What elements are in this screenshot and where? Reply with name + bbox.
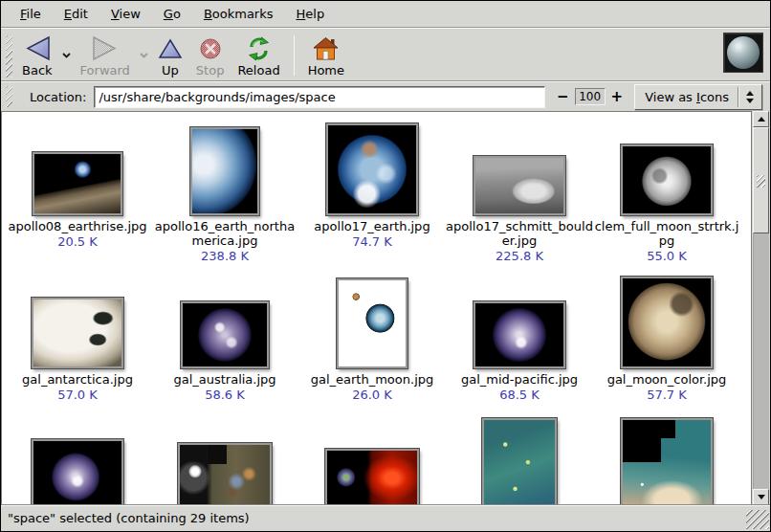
file-item-partial[interactable] xyxy=(4,418,151,505)
thumbnail-partial xyxy=(178,443,272,505)
file-item[interactable]: apollo08_earthrise.jpg 20.5 K xyxy=(4,118,151,271)
forward-button: Forward xyxy=(74,31,137,78)
status-text: "space" selected (containing 29 items) xyxy=(8,511,250,525)
thumbnail-earth xyxy=(326,123,418,215)
file-item[interactable]: gal_mid-pacific.jpg 68.5 K xyxy=(446,271,593,418)
file-item[interactable]: gal_australia.jpg 58.6 K xyxy=(151,271,298,418)
forward-history-dropdown xyxy=(137,48,151,62)
file-item[interactable]: gal_antarctica.jpg 57.0 K xyxy=(4,271,151,418)
file-item[interactable]: clem_full_moon_strtrk.jpg 55.0 K xyxy=(593,118,740,271)
scroll-up-icon xyxy=(758,117,765,122)
vertical-scrollbar xyxy=(752,111,770,505)
home-button[interactable]: Home xyxy=(301,31,351,78)
menu-bookmarks[interactable]: Bookmarks xyxy=(192,2,285,26)
view-as-arrows-icon xyxy=(738,87,757,107)
toolbar-drag-handle[interactable] xyxy=(6,35,12,78)
stop-icon xyxy=(199,33,222,63)
toolbar: Back Forward Up xyxy=(1,28,770,81)
thumbnail-schmitt-boulder xyxy=(474,156,565,215)
back-history-dropdown[interactable] xyxy=(59,48,74,62)
scrollbar-trough[interactable] xyxy=(753,233,769,489)
file-item-partial[interactable] xyxy=(151,418,298,505)
icon-view: apollo08_earthrise.jpg 20.5 K apollo16_e… xyxy=(1,111,752,505)
forward-icon xyxy=(91,33,120,63)
file-manager-window: File Edit View Go Bookmarks Help Back Fo… xyxy=(0,0,771,532)
menu-go[interactable]: Go xyxy=(152,2,192,26)
location-bar-drag-handle[interactable] xyxy=(6,86,12,107)
icon-grid: apollo08_earthrise.jpg 20.5 K apollo16_e… xyxy=(4,118,742,505)
thumbnail-partial xyxy=(32,439,123,505)
thumbnail-moon-color xyxy=(621,277,713,368)
reload-icon xyxy=(246,33,272,63)
thumbnail-australia xyxy=(181,301,269,368)
zoom-out-button[interactable]: − xyxy=(555,90,571,104)
location-label: Location: xyxy=(30,90,86,104)
status-bar: "space" selected (containing 29 items) xyxy=(1,505,770,530)
thumbnail-partial xyxy=(325,449,419,505)
thumbnail-earth-northamerica xyxy=(190,127,259,215)
scrollbar-thumb[interactable] xyxy=(753,127,769,233)
view-as-dropdown[interactable]: View as Icons xyxy=(634,84,762,110)
back-button[interactable]: Back xyxy=(15,31,59,78)
toolbar-separator xyxy=(294,35,295,76)
zoom-controls: − 100 + xyxy=(555,88,625,105)
up-button[interactable]: Up xyxy=(151,31,189,78)
back-icon xyxy=(23,33,52,63)
location-bar: Location: − 100 + View as Icons xyxy=(1,81,770,111)
file-item-partial[interactable] xyxy=(593,418,740,505)
scroll-up-button[interactable] xyxy=(753,111,769,127)
menu-bar: File Edit View Go Bookmarks Help xyxy=(1,1,770,28)
thumbnail-full-moon xyxy=(621,144,713,215)
scroll-down-icon xyxy=(758,495,765,499)
menu-help[interactable]: Help xyxy=(285,2,337,26)
zoom-level: 100 xyxy=(575,88,606,105)
thumbnail-antarctica xyxy=(32,298,123,368)
thumbnail-partial xyxy=(482,418,557,505)
file-item[interactable]: apollo16_earth_northamerica.jpg 238.8 K xyxy=(151,118,298,271)
file-item[interactable]: apollo17_earth.jpg 74.7 K xyxy=(298,118,446,271)
scroll-down-button[interactable] xyxy=(753,489,769,505)
throbber-sphere-icon xyxy=(727,36,760,69)
up-icon xyxy=(158,33,183,63)
home-icon xyxy=(313,33,339,63)
menu-edit[interactable]: Edit xyxy=(53,2,99,26)
file-item[interactable]: gal_earth_moon.jpg 26.0 K xyxy=(298,271,446,418)
menu-view[interactable]: View xyxy=(99,2,152,26)
menu-file[interactable]: File xyxy=(9,2,53,26)
file-item-partial[interactable] xyxy=(446,418,593,505)
thumbnail-partial xyxy=(621,418,713,505)
thumbnail-earthrise xyxy=(33,152,122,215)
throbber xyxy=(723,33,763,73)
file-item-partial[interactable] xyxy=(298,418,446,505)
thumbnail-earth-moon xyxy=(337,278,408,368)
file-item[interactable]: apollo17_schmitt_boulder.jpg 225.8 K xyxy=(446,118,593,271)
zoom-in-button[interactable]: + xyxy=(609,90,626,104)
thumbnail-mid-pacific xyxy=(474,301,565,368)
reload-button[interactable]: Reload xyxy=(231,31,286,78)
location-input[interactable] xyxy=(94,86,545,108)
stop-button: Stop xyxy=(189,31,231,78)
resize-grip[interactable] xyxy=(746,510,769,529)
main-area: apollo08_earthrise.jpg 20.5 K apollo16_e… xyxy=(1,111,770,505)
file-item[interactable]: gal_moon_color.jpg 57.7 K xyxy=(593,271,740,418)
